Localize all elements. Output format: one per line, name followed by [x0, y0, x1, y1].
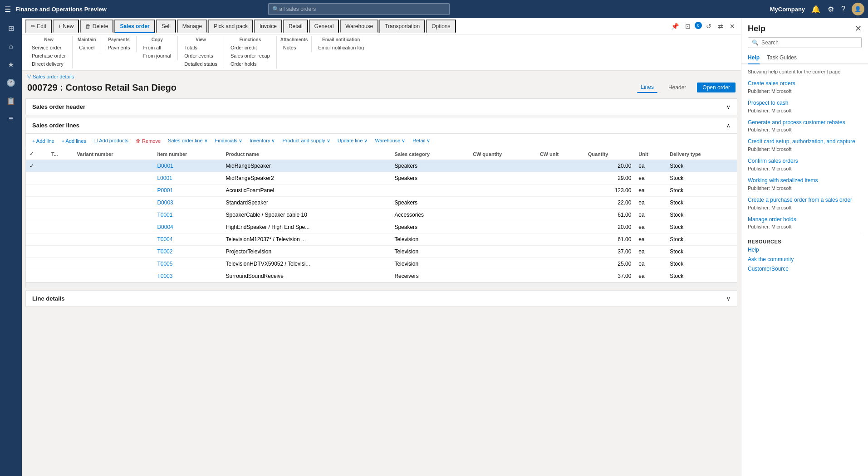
btn-product-supply[interactable]: Product and supply ∨	[280, 136, 333, 145]
collapse-lines-icon[interactable]: ∧	[726, 122, 731, 129]
cell-item[interactable]: P0001	[153, 185, 222, 197]
ribbon-btn-cancel[interactable]: Cancel	[76, 44, 97, 51]
cell-item[interactable]: L0001	[153, 172, 222, 185]
global-search[interactable]: 🔍	[268, 3, 450, 15]
table-row[interactable]: L0001 MidRangeSpeaker2 Speakers 29.00 ea…	[26, 172, 737, 185]
ribbon-btn-email-log[interactable]: Email notification log	[315, 44, 367, 51]
btn-add-line[interactable]: + Add line	[29, 137, 57, 145]
cell-item[interactable]: D0004	[153, 221, 222, 233]
ribbon-btn-purchase-order[interactable]: Purchase order	[29, 52, 69, 59]
cell-item[interactable]: T0005	[153, 258, 222, 270]
sidebar-modules-icon[interactable]: ≡	[2, 111, 20, 127]
section-order-header-toggle[interactable]: Sales order header ∨	[26, 99, 737, 115]
ribbon-btn-order-events[interactable]: Order events	[181, 52, 220, 59]
ribbon-btn-order-credit[interactable]: Order credit	[228, 44, 273, 51]
notifications-icon[interactable]: 🔔	[810, 4, 821, 15]
help-tab-task-guides[interactable]: Task Guides	[767, 52, 797, 64]
ribbon-btn-totals[interactable]: Totals	[181, 44, 220, 51]
tab-header[interactable]: Header	[665, 83, 690, 92]
btn-add-lines[interactable]: + Add lines	[59, 137, 89, 145]
ribbon-btn-notes[interactable]: Notes	[280, 44, 308, 51]
open-order-button[interactable]: Open order	[697, 83, 736, 92]
btn-retail[interactable]: Retail ∨	[410, 136, 433, 145]
pin-icon[interactable]: 📌	[669, 21, 681, 31]
resource-link[interactable]: Ask the community	[748, 256, 862, 263]
ribbon-btn-sales-order-recap[interactable]: Sales order recap	[228, 52, 273, 59]
btn-warehouse[interactable]: Warehouse ∨	[372, 136, 408, 145]
table-row[interactable]: T0003 SurroundSoundReceive Receivers 37.…	[26, 270, 737, 282]
breadcrumb-link[interactable]: Sales order details	[33, 74, 74, 79]
table-row[interactable]: T0002 ProjectorTelevision Television 37.…	[26, 246, 737, 258]
table-row[interactable]: D0004 HighEndSpeaker / High End Spe... S…	[26, 221, 737, 233]
help-tab-help[interactable]: Help	[748, 52, 760, 64]
ribbon-tab-transportation[interactable]: Transportation	[379, 19, 425, 33]
help-article-link[interactable]: Working with serialized items	[748, 177, 862, 185]
btn-remove[interactable]: 🗑 Remove	[133, 137, 163, 145]
sidebar-home2-icon[interactable]: ⌂	[2, 38, 20, 54]
sidebar-home-icon[interactable]: ⊞	[2, 20, 20, 36]
help-search-input[interactable]	[761, 39, 858, 46]
help-article-link[interactable]: Confirm sales orders	[748, 157, 862, 165]
ribbon-tab-delete[interactable]: 🗑 Delete	[80, 19, 113, 33]
hamburger-icon[interactable]: ☰	[4, 4, 12, 15]
sidebar-workspaces-icon[interactable]: 📋	[2, 92, 20, 109]
btn-financials[interactable]: Financials ∨	[212, 136, 245, 145]
cell-item[interactable]: T0001	[153, 209, 222, 221]
avatar[interactable]: 👤	[852, 3, 864, 15]
table-row[interactable]: T0005 TelevisionHDTVX59052 / Televisi...…	[26, 258, 737, 270]
ribbon-tab-edit[interactable]: ✏ Edit	[25, 19, 52, 33]
ribbon-tab-pick-pack[interactable]: Pick and pack	[208, 19, 253, 33]
section-order-lines-toggle[interactable]: Sales order lines ∧	[26, 117, 737, 134]
table-row[interactable]: D0003 StandardSpeaker Speakers 22.00 ea …	[26, 197, 737, 209]
ribbon-tab-general[interactable]: General	[309, 19, 339, 33]
cell-item[interactable]: D0003	[153, 197, 222, 209]
collapse-header-icon[interactable]: ∨	[726, 104, 731, 110]
btn-inventory[interactable]: Inventory ∨	[247, 136, 278, 145]
ribbon-tab-manage[interactable]: Manage	[177, 19, 207, 33]
help-article-link[interactable]: Credit card setup, authorization, and ca…	[748, 138, 862, 146]
ribbon-btn-order-holds[interactable]: Order holds	[228, 60, 273, 68]
ribbon-btn-from-all[interactable]: From all	[140, 44, 174, 51]
search-input[interactable]	[279, 6, 446, 12]
btn-update-line[interactable]: Update line ∨	[335, 136, 371, 145]
cell-item[interactable]: T0003	[153, 270, 222, 282]
collapse-line-details-icon[interactable]: ∨	[726, 296, 731, 302]
sidebar-recent-icon[interactable]: 🕐	[2, 74, 20, 91]
ribbon-btn-from-journal[interactable]: From journal	[140, 52, 174, 59]
ribbon-btn-service-order[interactable]: Service order	[29, 44, 69, 51]
help-article-link[interactable]: Prospect to cash	[748, 99, 862, 107]
ribbon-btn-direct-delivery[interactable]: Direct delivery	[29, 60, 69, 68]
horizontal-scrollbar[interactable]	[26, 282, 737, 288]
ribbon-tab-retail[interactable]: Retail	[283, 19, 308, 33]
btn-add-products[interactable]: ☐ Add products	[91, 136, 131, 145]
tab-lines[interactable]: Lines	[637, 82, 657, 93]
ribbon-tab-new[interactable]: + New	[53, 19, 79, 33]
sync-icon[interactable]: ⇄	[716, 21, 726, 31]
section-line-details-toggle[interactable]: Line details ∨	[26, 291, 737, 306]
settings-icon[interactable]: ⚙	[827, 4, 835, 15]
resource-link[interactable]: Help	[748, 246, 862, 254]
expand-icon[interactable]: ⊡	[683, 21, 693, 31]
table-row[interactable]: T0004 TelevisionM12037* / Television ...…	[26, 233, 737, 246]
help-article-link[interactable]: Generate and process customer rebates	[748, 119, 862, 126]
help-search-box[interactable]: 🔍	[748, 37, 862, 48]
ribbon-tab-options[interactable]: Options	[426, 19, 456, 33]
ribbon-tab-warehouse[interactable]: Warehouse	[340, 19, 378, 33]
cell-item[interactable]: T0004	[153, 233, 222, 246]
cell-item[interactable]: D0001	[153, 160, 222, 172]
table-row[interactable]: P0001 AcousticFoamPanel 123.00 ea Stock	[26, 185, 737, 197]
ribbon-tab-invoice[interactable]: Invoice	[254, 19, 282, 33]
help-close-button[interactable]: ✕	[855, 24, 862, 34]
help-article-link[interactable]: Manage order holds	[748, 216, 862, 223]
cell-item[interactable]: T0002	[153, 246, 222, 258]
ribbon-tab-sell[interactable]: Sell	[156, 19, 176, 33]
ribbon-tab-sales-order[interactable]: Sales order	[114, 19, 155, 33]
refresh-icon[interactable]: ↺	[704, 21, 714, 31]
ribbon-btn-detailed-status[interactable]: Detailed status	[181, 60, 220, 68]
table-row[interactable]: ✓ D0001 MidRangeSpeaker Speakers 20.00 e…	[26, 160, 737, 172]
ribbon-btn-payments[interactable]: Payments	[105, 44, 132, 51]
help-article-link[interactable]: Create sales orders	[748, 80, 862, 87]
help-icon[interactable]: ?	[840, 4, 846, 14]
btn-sales-order-line[interactable]: Sales order line ∨	[165, 136, 211, 145]
resource-link[interactable]: CustomerSource	[748, 265, 862, 273]
